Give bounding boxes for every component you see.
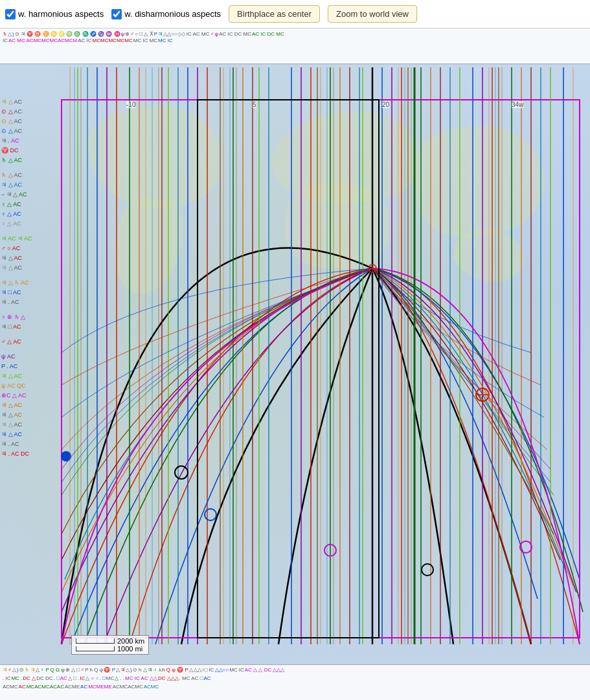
grid-label-5: 5 (253, 101, 256, 108)
disharmonious-label: w. disharmonious aspects (124, 9, 221, 19)
grid-label-neg10: -10 (126, 101, 135, 108)
harmonious-checkbox[interactable] (5, 9, 16, 19)
grid-label-34w: 34w (512, 101, 523, 108)
scale-label-mi: 1000 mi (117, 645, 142, 653)
disharmonious-checkbox-label[interactable]: w. disharmonious aspects (111, 9, 221, 19)
svg-point-61 (520, 541, 532, 553)
disharmonious-checkbox[interactable] (111, 9, 122, 19)
aspect-lines-svg (0, 29, 590, 700)
scale-bar-km (76, 638, 115, 644)
scale-box: 2000 km 1000 mi (71, 635, 149, 655)
zoom-world-button[interactable]: Zoom to world view (328, 5, 417, 23)
bottom-planet-labels: ♃♂△ ) ⊙ ♄ ♃ △ ♀ P Q Ω ψ ⊕ △ □ ♂ P h Q ψ … (0, 664, 590, 700)
scale-bar-mi (76, 646, 115, 651)
svg-point-54 (175, 466, 188, 479)
harmonious-checkbox-label[interactable]: w. harmonious aspects (5, 9, 104, 19)
scale-label-km: 2000 km (117, 637, 144, 645)
svg-rect-49 (198, 100, 379, 638)
birthplace-center-button[interactable]: Birthplace as center (229, 5, 320, 23)
svg-point-57 (422, 564, 433, 576)
left-planet-labels: ♃ △ AC ⊙ △ AC ⊙ △ AC ⊙ △ AC ♃ . AC ♈ DC … (0, 57, 65, 660)
svg-point-55 (205, 509, 216, 520)
toolbar: w. harmonious aspects w. disharmonious a… (0, 0, 590, 29)
harmonious-label: w. harmonious aspects (18, 9, 104, 19)
grid-label-20: 20 (382, 101, 389, 108)
map-container[interactable]: ♄△) ⊙ ♃ ♈ ♉ ♊ ♋ ♌ ♍ ♎ ♏ ♐ ♑ ♒ ♓ ψ ⊕ ♂○ □… (0, 29, 590, 700)
